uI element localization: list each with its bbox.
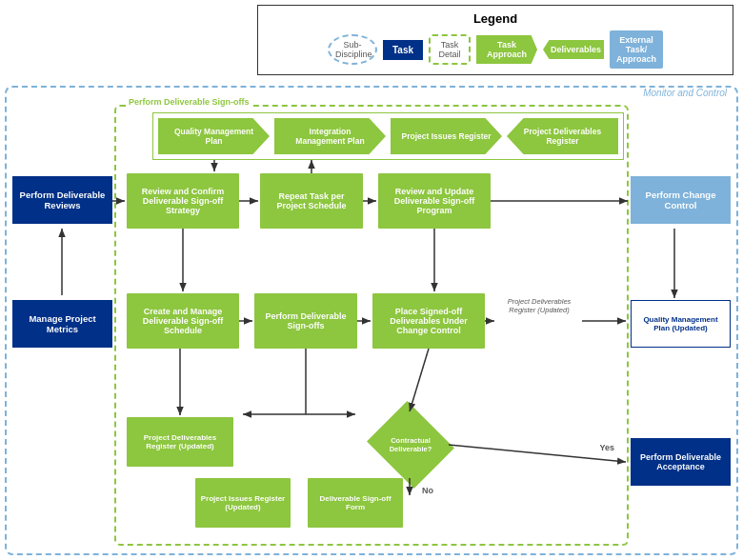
create-manage-box: Create and Manage Deliverable Sign-off S… xyxy=(127,293,239,349)
external-shape: ExternalTask/Approach xyxy=(610,30,663,69)
legend-title: Legend xyxy=(268,11,723,26)
diamond-container: ContractualDeliverable? xyxy=(372,411,449,478)
proj-issues-updated-box: Project Issues Register (Updated) xyxy=(195,478,291,528)
legend-subdiscipline-item: Sub-Discipline xyxy=(328,34,377,65)
top-del-deliverables: Project Deliverables Register xyxy=(507,118,618,154)
legend-items: Sub-Discipline Task TaskDetail TaskAppro… xyxy=(268,30,723,69)
legend-external-item: ExternalTask/Approach xyxy=(610,30,663,69)
subdiscipline-shape: Sub-Discipline xyxy=(328,34,377,65)
legend-task-item: Task xyxy=(383,40,423,60)
deliverables-shape: Deliverables xyxy=(543,40,604,59)
review-confirm-box: Review and Confirm Deliverable Sign-off … xyxy=(127,173,239,229)
monitor-control-label: Monitor and Control xyxy=(643,88,727,98)
task-shape: Task xyxy=(383,40,423,60)
legend-taskdetail-item: TaskDetail xyxy=(429,34,471,65)
no-label: No xyxy=(422,486,433,495)
task-approach-shape: TaskApproach xyxy=(476,35,537,64)
perform-change-control: Perform Change Control xyxy=(631,176,731,224)
top-del-integration: Integration Management Plan xyxy=(274,118,386,154)
quality-management-plan-updated: Quality Management Plan (Updated) xyxy=(631,300,731,348)
repeat-task-box: Repeat Task per Project Schedule xyxy=(260,173,363,229)
legend-taskapproach-item: TaskApproach xyxy=(476,35,537,64)
perform-deliverable-acceptance: Perform Deliverable Acceptance xyxy=(631,438,731,486)
diagram: Monitor and Control Perform Deliverable … xyxy=(5,86,738,555)
review-update-box: Review and Update Deliverable Sign-off P… xyxy=(378,173,491,229)
proj-del-reg-updated-label: Project Deliverables Register (Updated) xyxy=(496,297,582,314)
perform-deliverable-reviews: Perform Deliverable Reviews xyxy=(12,176,112,224)
legend-deliverables-item: Deliverables xyxy=(543,40,604,59)
diamond-label: ContractualDeliverable? xyxy=(390,436,432,453)
manage-project-metrics: Manage Project Metrics xyxy=(12,300,112,348)
top-del-issues: Project Issues Register xyxy=(391,118,502,154)
yes-label: Yes xyxy=(599,443,614,452)
perform-signoffs-box: Perform Deliverable Sign-offs xyxy=(254,293,357,349)
place-signedoff-box: Place Signed-off Deliverables Under Chan… xyxy=(372,293,485,349)
top-del-quality: Quality Management Plan xyxy=(158,118,270,154)
inner-border-label: Perform Deliverable Sign-offs xyxy=(126,97,252,107)
top-deliverables-wrapper: Quality Management Plan Integration Mana… xyxy=(152,112,624,160)
legend-box: Legend Sub-Discipline Task TaskDetail Ta… xyxy=(257,5,733,75)
proj-del-reg-updated-box: Project Deliverables Register (Updated) xyxy=(127,417,233,467)
task-detail-shape: TaskDetail xyxy=(429,34,471,65)
del-signoff-form-box: Deliverable Sign-off Form xyxy=(308,478,403,528)
